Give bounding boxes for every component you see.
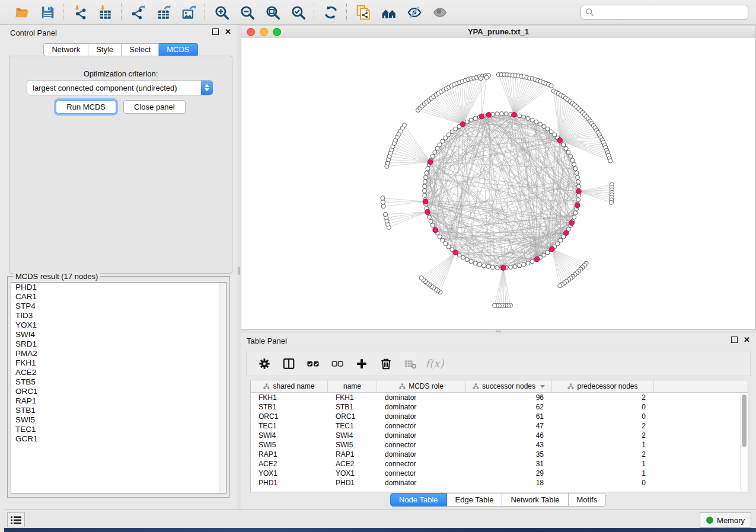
- cell-name[interactable]: FKH1: [328, 393, 377, 402]
- cell-shared-name[interactable]: FKH1: [251, 393, 328, 402]
- cell-predecessor-nodes[interactable]: 0: [552, 479, 654, 487]
- import-network-icon[interactable]: [72, 4, 88, 20]
- table-scrollbar-thumb[interactable]: [742, 395, 747, 447]
- cell-name[interactable]: RAP1: [328, 450, 377, 459]
- cell-predecessor-nodes[interactable]: 0: [552, 403, 654, 411]
- network-window-titlebar[interactable]: YPA_prune.txt_1: [241, 25, 755, 39]
- table-row[interactable]: RAP1RAP1dominator352: [251, 450, 748, 459]
- mcds-node-item[interactable]: GCR1: [11, 434, 226, 444]
- cell-predecessor-nodes[interactable]: 0: [552, 412, 654, 421]
- cell-successor-nodes[interactable]: 96: [466, 393, 552, 402]
- cell-MCDS-role[interactable]: connector: [377, 469, 466, 477]
- tab-network[interactable]: Network: [43, 43, 88, 56]
- mcds-node-item[interactable]: TEC1: [11, 425, 226, 434]
- mcds-node-item[interactable]: SWI5: [11, 415, 226, 425]
- cell-name[interactable]: ACE2: [328, 460, 377, 468]
- tab-node-table[interactable]: Node Table: [390, 493, 447, 507]
- mcds-node-item[interactable]: STB1: [11, 406, 226, 415]
- binoculars-icon[interactable]: [381, 4, 397, 20]
- mcds-node-item[interactable]: STP4: [11, 302, 226, 311]
- columns-icon[interactable]: [282, 357, 296, 371]
- cell-MCDS-role[interactable]: dominator: [377, 479, 466, 487]
- export-table-icon[interactable]: [155, 4, 171, 20]
- cell-successor-nodes[interactable]: 62: [466, 403, 552, 411]
- clone-network-icon[interactable]: [355, 4, 371, 20]
- column-header-name[interactable]: name: [328, 380, 377, 392]
- column-header-shared-name[interactable]: shared name: [251, 380, 328, 392]
- cell-predecessor-nodes[interactable]: 1: [552, 460, 654, 468]
- network-graph[interactable]: [241, 38, 755, 329]
- cell-MCDS-role[interactable]: connector: [377, 422, 466, 430]
- mcds-node-item[interactable]: YOX1: [11, 321, 226, 330]
- table-row[interactable]: PHD1PHD1dominator180: [251, 478, 748, 488]
- cell-shared-name[interactable]: PHD1: [251, 479, 328, 487]
- cell-name[interactable]: TEC1: [328, 422, 377, 430]
- table-row[interactable]: SWI5SWI5connector431: [251, 440, 748, 450]
- cell-MCDS-role[interactable]: dominator: [377, 450, 466, 459]
- search-input[interactable]: [594, 6, 744, 19]
- cell-predecessor-nodes[interactable]: 1: [552, 441, 654, 449]
- cell-successor-nodes[interactable]: 46: [466, 431, 552, 440]
- float-panel-icon[interactable]: [212, 28, 219, 35]
- table-row[interactable]: YOX1YOX1connector291: [251, 469, 748, 478]
- table-row[interactable]: ACE2ACE2connector311: [251, 459, 748, 469]
- table-scrollbar[interactable]: [740, 393, 747, 491]
- table-row[interactable]: STB1STB1dominator620: [251, 402, 748, 412]
- close-panel-button[interactable]: Close panel: [123, 100, 186, 114]
- cell-MCDS-role[interactable]: connector: [377, 441, 466, 449]
- cell-name[interactable]: STB1: [328, 403, 377, 411]
- tab-mcds[interactable]: MCDS: [159, 43, 197, 56]
- cell-shared-name[interactable]: ACE2: [251, 460, 328, 468]
- cell-name[interactable]: SWI4: [328, 431, 377, 440]
- cell-name[interactable]: ORC1: [328, 412, 377, 421]
- cell-shared-name[interactable]: TEC1: [251, 422, 328, 430]
- cell-MCDS-role[interactable]: dominator: [377, 403, 466, 411]
- cell-MCDS-role[interactable]: connector: [377, 460, 466, 468]
- cell-shared-name[interactable]: RAP1: [251, 450, 328, 459]
- cell-shared-name[interactable]: STB1: [251, 403, 328, 411]
- float-table-panel-icon[interactable]: [731, 336, 738, 343]
- mcds-node-item[interactable]: SRD1: [11, 339, 226, 349]
- mcds-list-scrollbar[interactable]: [219, 283, 226, 493]
- add-row-icon[interactable]: [355, 357, 369, 371]
- zoom-in-icon[interactable]: [213, 4, 229, 20]
- cell-shared-name[interactable]: YOX1: [251, 469, 328, 477]
- cell-MCDS-role[interactable]: dominator: [377, 431, 466, 440]
- optimization-criterion-select[interactable]: largest connected component (undirected): [27, 80, 213, 95]
- cell-shared-name[interactable]: ORC1: [251, 412, 328, 421]
- gear-icon[interactable]: [257, 357, 272, 371]
- table-row[interactable]: TEC1TEC1connector472: [251, 421, 748, 431]
- tab-style[interactable]: Style: [88, 43, 122, 56]
- export-image-icon[interactable]: [181, 4, 197, 20]
- cell-predecessor-nodes[interactable]: 2: [552, 450, 654, 459]
- column-header-successor-nodes[interactable]: successor nodes: [466, 380, 552, 392]
- refresh-icon[interactable]: [323, 4, 339, 20]
- zoom-selected-icon[interactable]: [290, 4, 306, 20]
- cell-successor-nodes[interactable]: 31: [466, 460, 552, 468]
- cell-predecessor-nodes[interactable]: 2: [552, 422, 654, 430]
- cell-successor-nodes[interactable]: 18: [466, 479, 552, 487]
- close-panel-icon[interactable]: ✕: [225, 28, 231, 35]
- cell-predecessor-nodes[interactable]: 2: [552, 431, 654, 440]
- deselect-all-icon[interactable]: [330, 357, 344, 371]
- cell-predecessor-nodes[interactable]: 1: [552, 469, 654, 477]
- close-table-panel-icon[interactable]: ✕: [744, 336, 750, 343]
- column-header-predecessor-nodes[interactable]: predecessor nodes: [552, 380, 654, 392]
- open-icon[interactable]: [14, 4, 30, 20]
- cell-name[interactable]: PHD1: [328, 479, 377, 487]
- zoom-fit-icon[interactable]: [264, 4, 280, 20]
- hide-details-icon[interactable]: [406, 4, 422, 20]
- cell-name[interactable]: YOX1: [328, 469, 377, 477]
- mcds-node-item[interactable]: SWI4: [11, 330, 226, 339]
- export-network-icon[interactable]: [130, 4, 146, 20]
- search-box[interactable]: [580, 5, 748, 20]
- cell-shared-name[interactable]: SWI4: [251, 431, 328, 440]
- mcds-node-item[interactable]: PHD1: [11, 283, 226, 292]
- select-all-icon[interactable]: [306, 357, 320, 371]
- save-icon[interactable]: [39, 4, 55, 20]
- cell-successor-nodes[interactable]: 43: [466, 441, 552, 449]
- mcds-node-item[interactable]: PMA2: [11, 349, 226, 358]
- tab-select[interactable]: Select: [122, 43, 159, 56]
- cell-MCDS-role[interactable]: dominator: [377, 412, 466, 421]
- show-details-icon[interactable]: [432, 4, 448, 20]
